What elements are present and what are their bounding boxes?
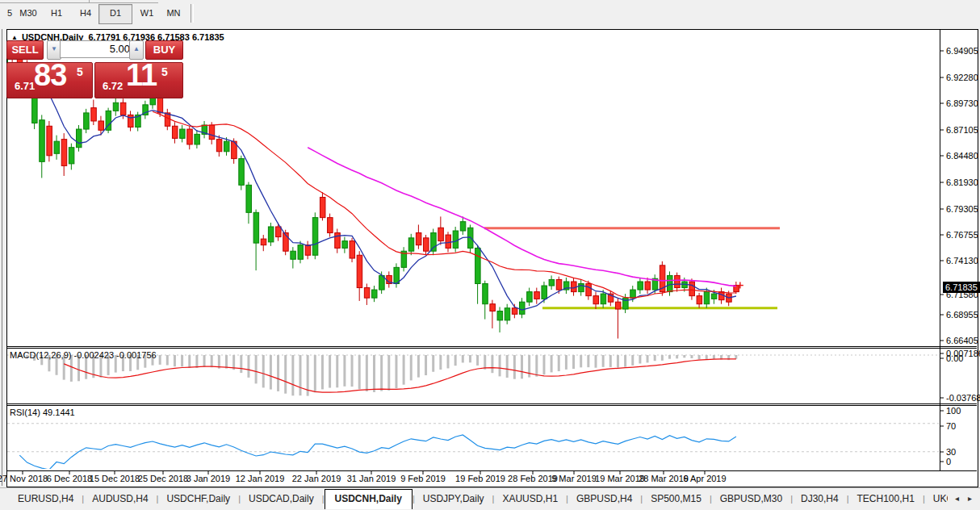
timeframe-button-w1[interactable]: W1 (132, 4, 161, 23)
sell-price-box[interactable]: 6.71 83 5 (6, 62, 93, 98)
chart-tab-dj30-h4[interactable]: DJ30,H4 (793, 490, 847, 508)
buy-price-big: 11 (126, 58, 157, 93)
date-axis-label: 28 Mar 2019 (639, 474, 689, 483)
panel-splitter-mid[interactable] (6, 403, 977, 404)
date-axis-label: 6 Dec 2018 (47, 474, 92, 483)
price-axis-label: 6.87105 (946, 125, 978, 135)
chart-tab-usdcnh-daily[interactable]: USDCNH,Daily (325, 489, 413, 509)
price-axis-label: 6.94905 (946, 46, 978, 56)
date-axis-label: 25 Dec 2018 (138, 474, 188, 483)
date-axis-label: 3 Jan 2019 (186, 474, 230, 483)
date-axis-label: 6 Apr 2019 (683, 474, 726, 483)
buy-price-prefix: 6.72 (103, 80, 123, 92)
panel-splitter-top[interactable] (6, 346, 977, 347)
chart-tab-gbpusd-h4[interactable]: GBPUSD,H4 (568, 490, 640, 508)
timeframe-button-h4[interactable]: H4 (71, 4, 100, 23)
date-axis-label: 9 Feb 2019 (400, 474, 446, 483)
chart-tab-tech100-h1[interactable]: TECH100,H1 (849, 490, 923, 508)
macd-values: -0.002423 -0.001756 (73, 350, 156, 360)
date-axis-label: 19 Mar 2019 (595, 474, 645, 483)
rsi-axis-label: 0 (946, 457, 951, 466)
chart-tab-usdjpy-daily[interactable]: USDJPY,Daily (415, 490, 492, 508)
price-axis-label: 6.68955 (946, 310, 978, 320)
rsi-axis-label: 100 (946, 406, 961, 416)
timeframe-toolbar: 5M30H1H4D1W1MN (0, 0, 980, 27)
tabs-scroll-right-icon[interactable]: ▸ (968, 494, 972, 503)
chart-tab-xauusd-h1[interactable]: XAUUSD,H1 (494, 490, 566, 508)
panel-splitter-mid2[interactable] (6, 405, 977, 406)
timeframe-button-mn[interactable]: MN (158, 4, 189, 23)
date-axis-label: 12 Jan 2019 (236, 474, 285, 483)
price-axis-label: 6.92280 (946, 73, 978, 82)
price-axis-label: 6.89730 (946, 98, 978, 108)
current-price-badge: 6.71835 (943, 282, 980, 293)
price-axis-border (940, 30, 940, 470)
spinner-down-icon: ▼ (51, 45, 57, 52)
chart-tabs: EURUSD,H4|AUDUSD,H4|USDCHF,Daily|USDCAD,… (10, 489, 948, 509)
macd-name: MACD(12,26,9) (10, 350, 71, 360)
sell-price-prefix: 6.71 (15, 80, 35, 92)
sell-price-big: 83 (34, 58, 66, 93)
chart-tab-usdchf-daily[interactable]: USDCHF,Daily (158, 490, 238, 508)
chart-tab-audusd-h4[interactable]: AUDUSD,H4 (84, 490, 156, 508)
toolbar-edge-tick (89, 0, 90, 2)
price-axis-label: 6.79305 (946, 204, 978, 214)
timeframe-button-h1[interactable]: H1 (42, 4, 71, 23)
sell-button[interactable]: SELL (6, 40, 44, 60)
price-axis-label: 6.81930 (946, 178, 978, 187)
chart-tab-sp500-m15[interactable]: SP500,M15 (643, 490, 710, 508)
date-axis-label: 19 Feb 2019 (455, 474, 505, 483)
date-axis-label: 31 Jan 2019 (347, 474, 396, 483)
volume-input[interactable]: 5.00 (60, 40, 134, 58)
date-axis-label: 22 Jan 2019 (292, 474, 341, 483)
rsi-name: RSI(14) (10, 408, 40, 417)
buy-button[interactable]: BUY (145, 40, 183, 60)
date-axis-label: 15 Dec 2018 (90, 474, 140, 483)
macd-axis-label: -0.037688 (946, 393, 980, 403)
price-axis-label: 6.76755 (946, 230, 978, 240)
chart-tab-gbpusd-m30[interactable]: GBPUSD,M30 (712, 490, 790, 508)
chart-tab-usdcad-daily[interactable]: USDCAD,Daily (241, 490, 322, 508)
rsi-value: 49.1441 (43, 408, 75, 417)
toolbar-separator (191, 4, 194, 23)
buy-price-sup: 5 (161, 65, 168, 78)
rsi-axis-label: 30 (946, 447, 956, 457)
rsi-label: RSI(14) 49.1441 (10, 408, 75, 417)
rsi-axis-label: 70 (946, 421, 956, 431)
date-axis-label: 9 Mar 2019 (551, 474, 597, 483)
timeframe-button-m30[interactable]: M30 (11, 4, 45, 23)
price-axis-label: 6.66405 (946, 336, 978, 345)
price-axis-label: 6.84480 (946, 151, 978, 161)
macd-axis-label: 0.00 (946, 353, 963, 363)
panel-splitter-top2[interactable] (6, 348, 977, 349)
trading-app-window: 5M30H1H4D1W1MN ▲USDCNH,Daily 6.71791 6.7… (0, 0, 980, 510)
chart-tab-eurusd-h4[interactable]: EURUSD,H4 (10, 490, 82, 508)
date-axis-label: 27 Nov 2018 (0, 474, 48, 483)
sell-price-sup: 5 (77, 65, 83, 78)
buy-price-box[interactable]: 6.72 11 5 (94, 62, 183, 98)
price-axis-label: 6.74130 (946, 256, 978, 265)
date-axis-line (6, 470, 977, 471)
macd-label: MACD(12,26,9) -0.002423 -0.001756 (10, 350, 157, 360)
toolbar-edge-line (0, 2, 158, 3)
timeframe-button-d1[interactable]: D1 (98, 4, 132, 24)
volume-increase-button[interactable]: ▲ (129, 40, 144, 60)
chart-tab-ukoil-h[interactable]: UKOil,H (925, 490, 948, 508)
chart-tab-bar: EURUSD,H4|AUDUSD,H4|USDCHF,Daily|USDCAD,… (0, 487, 980, 510)
date-axis-label: 28 Feb 2019 (508, 474, 558, 483)
window-splitter[interactable] (2, 29, 2, 486)
tabs-scroll-left-icon[interactable]: ◂ (955, 494, 959, 503)
spinner-up-icon: ▲ (133, 45, 140, 52)
